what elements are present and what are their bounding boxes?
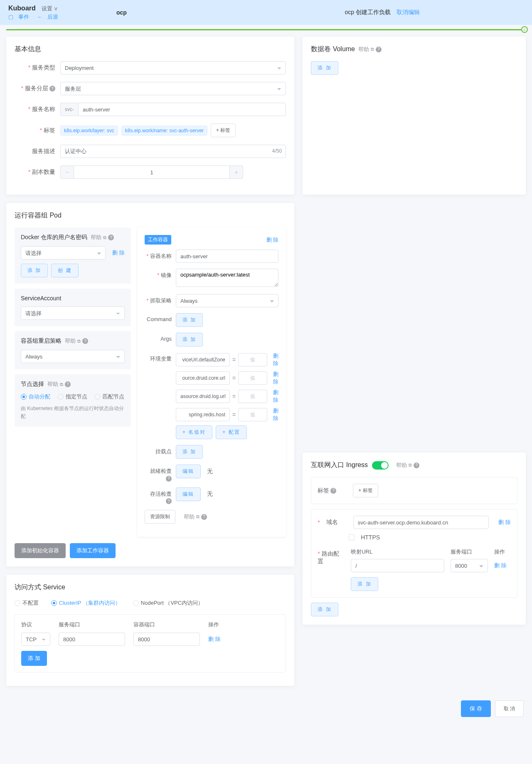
help-link[interactable]: 帮助 xyxy=(184,513,195,521)
help-link[interactable]: 帮助 xyxy=(358,46,369,53)
delete-port-link[interactable]: 删 除 xyxy=(208,636,221,642)
docker-secret-card: Docker 仓库的用户名密码 帮助 ⧉ ? 请选择 删 除 添 加 创 建 xyxy=(15,227,131,284)
env-value-input[interactable] xyxy=(238,390,267,403)
service-radio-none[interactable]: 不配置 xyxy=(15,599,39,607)
domain-input[interactable] xyxy=(353,516,489,529)
desc-input[interactable] xyxy=(60,145,286,158)
service-layer-select[interactable]: 服务层 xyxy=(60,82,286,95)
add-mount-button[interactable]: 添 加 xyxy=(176,445,203,459)
sa-select[interactable]: 请选择 xyxy=(21,307,125,320)
add-args-button[interactable]: 添 加 xyxy=(176,333,203,346)
protocol-select[interactable]: TCP xyxy=(21,633,50,646)
save-button[interactable]: 保 存 xyxy=(461,700,491,717)
help-icon[interactable]: ? xyxy=(330,488,336,494)
node-radio-specific[interactable]: 指定节点 xyxy=(58,393,87,401)
help-icon[interactable]: ? xyxy=(376,47,382,52)
delete-env-link[interactable]: 删 除 xyxy=(273,407,278,422)
add-ingress-button[interactable]: 添 加 xyxy=(311,603,338,616)
container-name-input[interactable] xyxy=(176,250,278,263)
add-tag-button[interactable]: + 标签 xyxy=(211,124,236,137)
brand: Kuboard xyxy=(8,5,36,12)
events-link[interactable]: ▢ 事件 xyxy=(8,14,32,20)
add-route-button[interactable]: 添 加 xyxy=(351,577,378,591)
add-init-container-button[interactable]: 添加初始化容器 xyxy=(15,543,66,558)
https-checkbox[interactable] xyxy=(349,534,355,540)
tag-item[interactable]: k8s.eip.work/name: svc-auth-server xyxy=(121,126,207,136)
delete-link[interactable]: 删 除 xyxy=(112,249,125,257)
ingress-toggle[interactable] xyxy=(372,461,389,470)
delete-route-link[interactable]: 删 除 xyxy=(494,562,511,569)
add-port-button[interactable]: 添 加 xyxy=(21,651,47,666)
resource-limit-button[interactable]: 资源限制 xyxy=(145,510,175,524)
help-icon[interactable]: ? xyxy=(166,476,172,482)
env-key-input[interactable] xyxy=(176,390,230,403)
env-value-input[interactable] xyxy=(238,371,267,385)
add-config-button[interactable]: + 配置 xyxy=(216,425,246,439)
help-icon[interactable]: ? xyxy=(201,514,207,520)
add-command-button[interactable]: 添 加 xyxy=(176,313,203,327)
col-protocol: 协议 xyxy=(21,621,50,628)
help-icon[interactable]: ? xyxy=(414,462,419,468)
restart-select[interactable]: Always xyxy=(21,350,125,363)
help-link[interactable]: 帮助 xyxy=(91,234,101,241)
route-port-select[interactable]: 8000 xyxy=(451,559,488,572)
add-kv-button[interactable]: + 名值对 xyxy=(176,425,212,439)
delete-env-link[interactable]: 删 除 xyxy=(273,352,278,367)
service-radio-nodeport[interactable]: NodePort （VPC内访问） xyxy=(133,599,203,607)
delete-env-link[interactable]: 删 除 xyxy=(273,371,278,386)
service-radio-clusterip[interactable]: ClusterIP （集群内访问） xyxy=(51,599,121,607)
docker-secret-select[interactable]: 请选择 xyxy=(21,246,106,260)
edit-readiness-button[interactable]: 编辑 xyxy=(176,465,201,478)
service-name-input[interactable] xyxy=(78,103,286,116)
help-link[interactable]: 帮助 xyxy=(65,337,76,345)
env-key-input[interactable] xyxy=(176,371,230,385)
add-button[interactable]: 添 加 xyxy=(21,264,48,277)
help-icon[interactable]: ? xyxy=(108,235,114,240)
service-account-card: ServiceAccount 请选择 xyxy=(15,289,131,326)
replicas-input[interactable] xyxy=(74,166,230,179)
delete-env-link[interactable]: 删 除 xyxy=(273,389,278,404)
add-work-container-button[interactable]: 添加工作容器 xyxy=(70,543,116,558)
decrease-button[interactable]: − xyxy=(60,166,74,179)
env-key-input[interactable] xyxy=(176,408,230,421)
env-value-input[interactable] xyxy=(238,408,267,421)
add-volume-button[interactable]: 添 加 xyxy=(311,61,338,75)
node-radio-auto[interactable]: 自动分配 xyxy=(21,393,50,401)
label-service-name: 服务名称 xyxy=(15,106,60,113)
restart-title: 容器组重启策略 xyxy=(21,337,62,345)
cancel-button[interactable]: 取 消 xyxy=(495,700,524,717)
create-button[interactable]: 创 建 xyxy=(51,264,78,277)
image-input[interactable]: ocpsample/auth-server:latest xyxy=(176,269,278,287)
basic-info-title: 基本信息 xyxy=(15,45,286,54)
delete-container-link[interactable]: 删 除 xyxy=(266,236,279,244)
env-row: = 删 除 xyxy=(176,371,278,386)
tag-item[interactable]: k8s.eip.work/layer: svc xyxy=(60,126,118,136)
back-link[interactable]: ← 后退 xyxy=(37,14,62,20)
cancel-edit-link[interactable]: 取消编辑 xyxy=(397,9,420,16)
equals-icon: = xyxy=(232,393,236,400)
label-readiness: 就绪检查? xyxy=(145,465,176,482)
add-tag-button[interactable]: + 标签 xyxy=(353,484,378,497)
edit-liveness-button[interactable]: 编辑 xyxy=(176,487,201,501)
container-port-input[interactable] xyxy=(133,633,200,646)
delete-domain-link[interactable]: 删 除 xyxy=(498,519,511,526)
help-link[interactable]: 帮助 xyxy=(47,381,58,388)
service-port-input[interactable] xyxy=(59,633,125,646)
node-radio-match[interactable]: 匹配节点 xyxy=(95,393,124,401)
desc-counter: 4/50 xyxy=(272,148,282,154)
env-key-input[interactable] xyxy=(176,353,230,366)
label-liveness: 存活检查? xyxy=(145,487,176,504)
route-url-input[interactable] xyxy=(351,559,444,572)
help-icon[interactable]: ? xyxy=(82,338,88,344)
help-icon[interactable]: ? xyxy=(65,381,71,387)
increase-button[interactable]: + xyxy=(230,166,243,179)
settings-dropdown[interactable]: 设置 ∨ xyxy=(42,5,59,12)
help-icon[interactable]: ? xyxy=(49,86,55,91)
pull-policy-select[interactable]: Always xyxy=(176,294,278,307)
service-type-select[interactable]: Deployment xyxy=(60,61,286,74)
help-link[interactable]: 帮助 xyxy=(396,462,407,469)
help-icon[interactable]: ? xyxy=(166,498,172,504)
label-image: 镜像 xyxy=(145,269,176,279)
env-value-input[interactable] xyxy=(238,353,267,366)
label-tags: 标签 xyxy=(15,127,60,134)
